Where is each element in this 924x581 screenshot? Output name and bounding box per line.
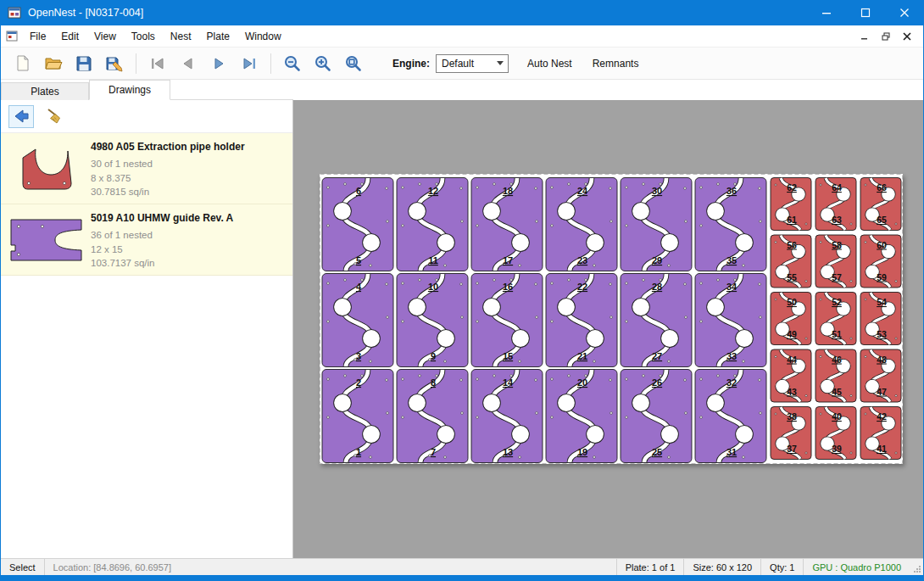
nest-part-pair-red[interactable]: 6665: [860, 178, 901, 231]
nest-part-pair-purple[interactable]: 1413: [471, 370, 543, 463]
nest-part-pair-red[interactable]: 4645: [815, 349, 856, 402]
last-plate-button[interactable]: [234, 51, 264, 76]
svg-text:43: 43: [787, 387, 797, 397]
zoom-in-button[interactable]: [308, 51, 338, 76]
svg-text:7: 7: [431, 447, 436, 457]
nest-part-pair-red[interactable]: 5049: [771, 293, 811, 345]
nav-first-icon: [148, 55, 167, 72]
svg-text:38: 38: [787, 411, 797, 422]
drawing-size: 8 x 8.375: [91, 171, 289, 186]
menu-view[interactable]: View: [86, 26, 124, 47]
engine-dropdown[interactable]: Default: [436, 54, 509, 73]
nest-part-pair-purple[interactable]: 87: [397, 370, 468, 463]
svg-text:66: 66: [877, 182, 887, 193]
status-qty: Qty: 1: [761, 559, 803, 575]
next-plate-button[interactable]: [203, 51, 234, 76]
auto-nest-button[interactable]: Auto Nest: [526, 54, 574, 73]
nest-part-pair-purple[interactable]: 1211: [397, 178, 468, 271]
nest-part-pair-purple[interactable]: 3029: [621, 178, 692, 271]
mdi-restore-button[interactable]: [877, 28, 895, 45]
plate[interactable]: 6512111817242330293635431091615222128273…: [320, 174, 903, 464]
nest-part-pair-purple[interactable]: 109: [397, 274, 468, 367]
nest-part-pair-red[interactable]: 6059: [860, 235, 901, 288]
extraction-pipe-holder-shape: [20, 146, 75, 192]
tab-drawings[interactable]: Drawings: [89, 80, 170, 100]
nest-part-pair-red[interactable]: 4443: [771, 349, 811, 402]
svg-text:33: 33: [726, 351, 737, 361]
drawings-panel: 4980 A05 Extraction pipe holder 30 of 1 …: [1, 100, 293, 558]
menu-plate[interactable]: Plate: [199, 26, 237, 47]
mdi-minimize-button[interactable]: [855, 28, 874, 45]
nest-part-pair-purple[interactable]: 2423: [546, 178, 617, 271]
main-toolbar: Engine: Default Auto Nest Remnants: [1, 47, 923, 80]
svg-text:24: 24: [577, 186, 588, 196]
zoom-fit-button[interactable]: [338, 51, 369, 76]
drawing-list-item[interactable]: 4980 A05 Extraction pipe holder 30 of 1 …: [1, 133, 292, 204]
nest-part-pair-purple[interactable]: 3433: [695, 274, 766, 367]
uhmw-guide-shape: [8, 216, 86, 264]
new-button[interactable]: [8, 51, 38, 76]
nest-part-pair-purple[interactable]: 2019: [546, 370, 617, 463]
send-to-nest-button[interactable]: [8, 105, 34, 128]
zoom-out-button[interactable]: [277, 51, 308, 76]
nest-part-pair-red[interactable]: 3837: [771, 407, 811, 460]
tab-plates[interactable]: Plates: [1, 82, 89, 100]
engine-label: Engine:: [392, 58, 430, 70]
close-button[interactable]: [885, 0, 924, 25]
nest-part-pair-red[interactable]: 5655: [771, 235, 811, 288]
first-plate-button[interactable]: [142, 51, 173, 76]
svg-text:57: 57: [832, 272, 842, 282]
drawing-list-item[interactable]: 5019 A10 UHMW guide Rev. A 36 of 1 neste…: [1, 204, 292, 276]
svg-text:65: 65: [877, 215, 887, 225]
tabstrip: Plates Drawings: [1, 80, 923, 100]
clean-button[interactable]: [42, 105, 68, 128]
previous-plate-button[interactable]: [173, 51, 203, 76]
remnants-button[interactable]: Remnants: [591, 54, 641, 73]
open-button[interactable]: [38, 51, 69, 76]
svg-text:29: 29: [652, 255, 662, 265]
maximize-icon: [860, 8, 871, 18]
mdi-restore-icon: [882, 32, 890, 41]
menu-edit[interactable]: Edit: [53, 26, 86, 47]
save-as-button[interactable]: [99, 51, 130, 76]
nest-part-pair-red[interactable]: 5857: [815, 235, 856, 288]
save-button[interactable]: [69, 51, 99, 76]
nest-part-pair-purple[interactable]: 43: [322, 274, 393, 367]
nest-canvas[interactable]: 6512111817242330293635431091615222128273…: [293, 100, 923, 558]
nest-part-pair-red[interactable]: 6261: [771, 178, 811, 231]
svg-text:42: 42: [877, 411, 887, 422]
svg-text:64: 64: [832, 182, 842, 193]
svg-text:18: 18: [503, 186, 513, 196]
menu-tools[interactable]: Tools: [124, 26, 163, 47]
nest-part-pair-purple[interactable]: 1817: [471, 178, 543, 271]
menu-window[interactable]: Window: [237, 26, 289, 47]
nest-part-pair-red[interactable]: 4241: [860, 407, 901, 460]
menu-file[interactable]: File: [22, 26, 53, 47]
nest-part-pair-red[interactable]: 4847: [860, 349, 901, 402]
toolbar-separator: [270, 53, 271, 74]
resize-grip[interactable]: [910, 559, 923, 575]
drawing-title: 5019 A10 UHMW guide Rev. A: [91, 212, 289, 224]
nest-part-pair-red[interactable]: 4039: [815, 407, 856, 460]
nest-part-pair-purple[interactable]: 1615: [471, 274, 543, 367]
nest-part-pair-red[interactable]: 5251: [815, 293, 856, 345]
minimize-button[interactable]: [807, 0, 846, 25]
nest-part-pair-purple[interactable]: 65: [322, 178, 393, 271]
nest-part-pair-purple[interactable]: 21: [322, 370, 393, 463]
svg-text:39: 39: [832, 444, 842, 454]
nest-part-pair-red[interactable]: 6463: [815, 178, 856, 231]
svg-text:52: 52: [832, 297, 842, 307]
menu-nest[interactable]: Nest: [163, 26, 199, 47]
nest-svg[interactable]: 6512111817242330293635431091615222128273…: [320, 174, 903, 464]
mdi-close-button[interactable]: [898, 28, 916, 45]
nest-part-pair-purple[interactable]: 3635: [695, 178, 766, 271]
close-icon: [899, 8, 910, 18]
nest-part-pair-red[interactable]: 5453: [860, 293, 901, 345]
nest-part-pair-purple[interactable]: 2625: [621, 370, 692, 463]
maximize-button[interactable]: [846, 0, 885, 25]
nest-part-pair-purple[interactable]: 2221: [546, 274, 617, 367]
window-title: OpenNest - [N0317-004]: [28, 7, 143, 19]
nest-part-pair-purple[interactable]: 3231: [695, 370, 766, 463]
nest-part-pair-purple[interactable]: 2827: [621, 274, 692, 367]
menu-items: FileEditViewToolsNestPlateWindow: [22, 26, 289, 47]
